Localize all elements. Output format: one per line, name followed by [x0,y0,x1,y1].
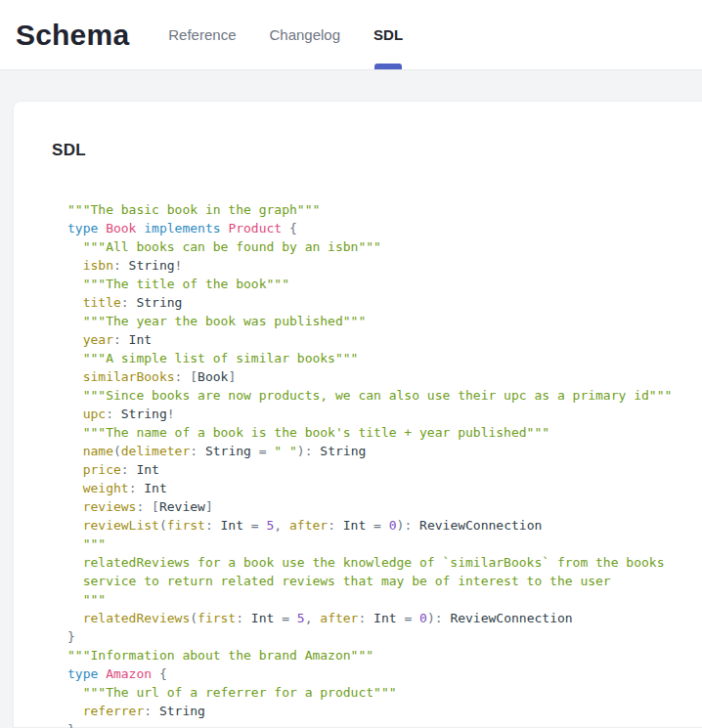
sdl-card-heading: SDL [52,141,702,160]
page-title: Schema [16,19,129,52]
tab-changelog[interactable]: Changelog [265,0,344,69]
page-header: Schema Reference Changelog SDL [0,0,702,70]
sdl-code: """The basic book in the graph"""type Bo… [67,200,702,728]
sdl-card: SDL """The basic book in the graph"""typ… [13,101,702,728]
page-content: SDL """The basic book in the graph"""typ… [0,70,702,728]
tab-sdl[interactable]: SDL [370,0,407,69]
active-tab-indicator [374,64,402,69]
tab-reference[interactable]: Reference [164,0,240,69]
tab-bar: Reference Changelog SDL [164,0,432,69]
tab-sdl-label: SDL [373,26,403,43]
tab-reference-label: Reference [168,26,236,43]
tab-changelog-label: Changelog [269,26,340,43]
